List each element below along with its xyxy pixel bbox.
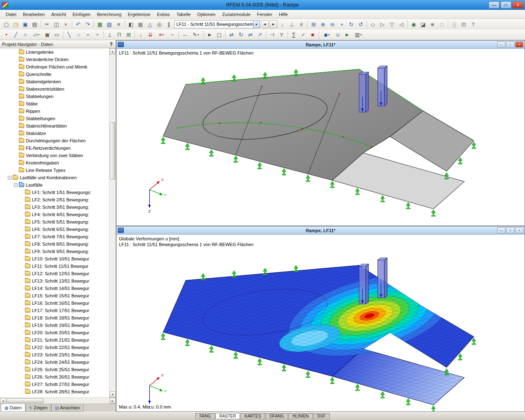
tree-item[interactable]: LF9: Schritt 9/51 Bewegung: [0,248,109,255]
menu-item[interactable]: Datei [2,11,20,18]
tree-item[interactable]: − Lastfälle und Kombinationen [0,174,109,181]
mirror-icon[interactable]: ⇌ [246,30,255,39]
previous-view-icon[interactable]: ↺ [356,20,365,29]
tree-item[interactable]: LF18: Schritt 18/51 Bewegur [0,314,109,322]
tree-item[interactable]: LF6: Schritt 6/51 Bewegung: [0,226,109,233]
render-solid-icon[interactable]: ■ [428,20,437,29]
tree-item[interactable]: Veränderliche Dicken [0,56,109,63]
model-view-3d[interactable]: LF11 : Schritt 11/51 Bewegungsschema 1 v… [116,49,525,226]
menu-item[interactable]: Hilfe [276,11,291,18]
tree-vertical-scrollbar[interactable]: ▲ ▼ [109,48,116,397]
tree-item[interactable]: LF27: Schritt 27/51 Bewegur [0,381,109,388]
show-loads-icon[interactable]: ↓ [278,20,287,29]
menu-item[interactable]: Berechnung [94,11,124,18]
previous-loadcase-button[interactable]: ◄ [261,20,269,28]
tree-item[interactable]: Stabbettungen [0,115,109,122]
tree-item[interactable]: Querschnitte [0,71,109,78]
results-window[interactable]: Rampe, LF11* — □ × Globale Verformungen … [116,226,525,412]
new-opening-icon[interactable]: ▭ [52,30,62,39]
print-icon[interactable]: ▤ [30,20,39,29]
menu-item[interactable]: Extras [154,11,173,18]
tree-item[interactable]: Verbindung von zwei Stäben [0,152,109,159]
tree-item[interactable]: LF16: Schritt 16/51 Bewegur [0,299,109,307]
menu-item[interactable]: Fenster [254,11,276,18]
menu-item[interactable]: Optionen [194,11,219,18]
tree-expander[interactable]: − [8,176,11,180]
model-window-titlebar[interactable]: Rampe, LF11* — □ × [116,41,525,49]
chevron-down-icon[interactable]: ▾ [253,21,259,28]
tree-item[interactable]: LF15: Schritt 15/51 Bewegur [0,292,109,299]
copy-icon[interactable]: ◫ [52,20,61,29]
panel-icon[interactable]: ▥ [352,30,365,39]
scroll-down-icon[interactable]: ▼ [110,391,116,397]
fullscreen-icon[interactable]: ⊡ [459,20,468,29]
grid-icon[interactable]: ▩ [136,20,145,29]
menu-item[interactable]: Ansicht [48,11,69,18]
tree-item[interactable]: Durchdringungen der Flächen [0,137,109,144]
guidelines-icon[interactable]: ∥ [164,20,173,29]
eccentricity-icon[interactable]: ∘ [83,30,93,39]
window-minimize-button[interactable]: — [497,227,505,233]
scroll-up-icon[interactable]: ▲ [110,48,116,55]
results-scene[interactable]: X Y Z [116,235,525,411]
tree-item[interactable]: Knotenfreigaben [0,159,109,167]
tree-item[interactable]: Stabnichtlinearitäten [0,122,109,130]
tree-item[interactable]: LF3: Schritt 3/51 Bewegung: [0,203,109,211]
isometric-view-icon[interactable]: ◇ [368,20,378,29]
surface-load-icon[interactable]: ≡ [155,30,168,39]
tree-item[interactable]: LF19: Schritt 19/51 Bewegur [0,322,109,329]
undo-icon[interactable]: ↶ [73,20,83,29]
show-supports-icon[interactable]: ⊥ [287,20,297,29]
member-hinge-icon[interactable]: ○ [74,30,83,39]
zoom-in-icon[interactable]: ⊕ [318,20,328,29]
tree-item[interactable]: LF20: Schritt 20/51 Bewegur [0,329,109,336]
new-file-icon[interactable]: ▢ [2,20,11,29]
scale-icon[interactable]: ↗ [255,30,265,39]
model-window[interactable]: Rampe, LF11* — □ × LF11 : Schritt 11/51 … [116,40,525,226]
tree-item[interactable]: LF25: Schritt 25/51 Bewegur [0,366,109,373]
tree-item[interactable]: LF14: Schritt 14/51 Bewegur [0,285,109,292]
rotate-view-icon[interactable]: ↻ [347,20,356,29]
navigator-icon[interactable]: ◧ [126,20,136,29]
tree-item[interactable]: LF7: Schritt 7/51 Bewegung: [0,233,109,240]
redo-icon[interactable]: ↷ [83,20,92,29]
view-in-x-icon[interactable]: ▷ [378,20,387,29]
new-surface-icon[interactable]: ▱ [30,30,43,39]
tree-item[interactable]: Stabendgelenken [0,78,109,85]
show-numbering-icon[interactable]: # [297,20,306,29]
results-icon[interactable]: ◆ [320,30,333,39]
tree-item[interactable]: − Lastfälle [0,181,109,189]
toggle-raster[interactable]: RASTER [215,413,240,419]
scroll-right-icon[interactable]: ► [110,398,116,404]
tree-item[interactable]: LF23: Schritt 23/51 Bewegur [0,351,109,358]
move-icon[interactable]: ⇄ [227,30,236,39]
tab-zeigen[interactable]: ✎ Zeigen [25,404,51,412]
tree-item[interactable]: LF11: Schritt 11/51 Bewegur [0,262,109,270]
view-in-y-icon[interactable]: ▽ [387,20,397,29]
surface-support-icon[interactable]: ⊞ [124,30,133,39]
menu-item[interactable]: Einfügen [69,11,94,18]
calculation-icon[interactable]: ∑ [289,30,299,39]
work-plane-icon[interactable]: △ [145,20,155,29]
tree-item[interactable]: LF26: Schritt 26/51 Bewegur [0,373,109,381]
line-support-icon[interactable]: Π [114,30,124,39]
pan-icon[interactable]: + [337,20,347,29]
tree-item[interactable]: LF24: Schritt 24/51 Bewegur [0,358,109,366]
tree-item[interactable]: LF22: Schritt 22/51 Bewegur [0,344,109,351]
tree-horizontal-scrollbar[interactable]: ◄ ► [0,397,116,404]
tree-item[interactable]: LF2: Schritt 2/51 Bewegung: [0,196,109,203]
app-titlebar[interactable]: RFEM 5.04.0005 (64bit) - Rampe — □ × [0,0,525,10]
help-icon[interactable]: ? [468,20,478,29]
tree-item[interactable]: Stabteilungen [0,93,109,100]
member-division-icon[interactable]: ÷ [93,30,102,39]
printout-report-icon[interactable]: ≡ [114,20,123,29]
deformation-icon[interactable]: ∪ [333,30,342,39]
zoom-out-icon[interactable]: ⊖ [328,20,337,29]
tree-item[interactable]: LF5: Schritt 5/51 Bewegung: [0,218,109,226]
dimension-icon[interactable]: ↔ [180,30,189,39]
split-members-icon[interactable]: Y [277,30,286,39]
results-view-3d[interactable]: Globale Verformungen u [mm] LF11 : Schri… [116,235,525,411]
clipping-plane-icon[interactable]: ◪ [418,20,428,29]
new-line-icon[interactable]: ╱ [11,30,21,39]
comment-icon[interactable]: ✎ [189,30,202,39]
